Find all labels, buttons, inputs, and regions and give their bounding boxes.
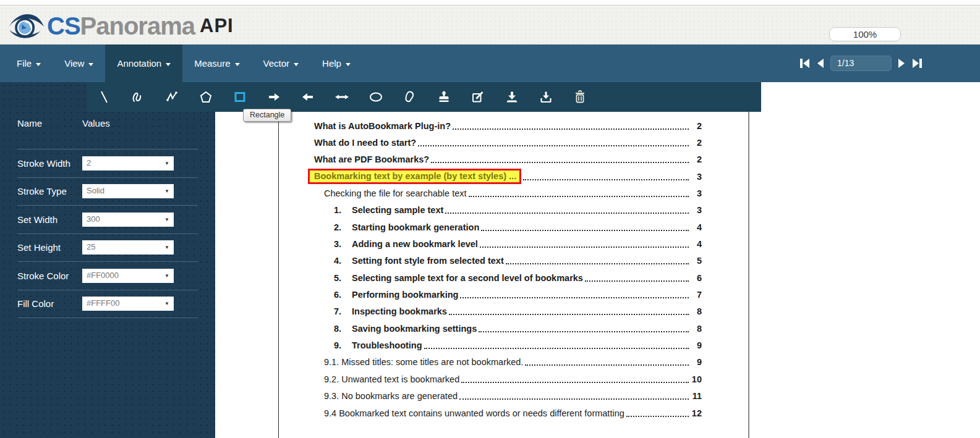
chevron-down-icon (36, 63, 41, 66)
arrow-horizontal-tool-button[interactable] (325, 82, 359, 112)
dotted-leader (469, 196, 689, 197)
first-page-button[interactable] (799, 58, 811, 69)
logo-text-panorama: Panorama (80, 12, 195, 40)
toc-entry: 9.Troubleshooting9 (314, 337, 702, 353)
rectangle-icon (233, 90, 247, 104)
page-number-input[interactable]: 1/13 (830, 56, 892, 71)
properties-name-header: Name (17, 118, 82, 149)
dotted-leader (460, 297, 689, 298)
edit-annotation-tool-button[interactable] (461, 82, 495, 112)
toc-entry: 4.Setting font style from selected text5 (314, 253, 702, 269)
chevron-down-icon: ▼ (164, 184, 169, 198)
rectangle-annotation[interactable]: Bookmarking text by example (by text sty… (308, 169, 521, 184)
property-row: Fill Color #FFFF00▼ (17, 290, 198, 318)
document-viewer[interactable]: What is AutoBookmark Plug-in?2 What do I… (215, 82, 980, 438)
polyline-icon (165, 90, 179, 104)
menu-help[interactable]: Help (310, 44, 362, 82)
annotation-properties-panel: Name Values Stroke Width 2▼ Stroke Type … (0, 82, 215, 438)
zoom-level-button[interactable]: 100% (829, 27, 901, 41)
dotted-leader (585, 280, 689, 282)
previous-page-button[interactable] (815, 58, 826, 69)
page-right-border (748, 111, 749, 438)
toc-entry: What is AutoBookmark Plug-in?2 (314, 117, 702, 134)
arrow-left-icon (301, 90, 315, 104)
toc-entry: 2.Starting bookmark generation4 (314, 219, 702, 235)
line-tool-button[interactable] (87, 82, 121, 112)
dotted-leader (431, 162, 689, 163)
dotted-leader (445, 213, 689, 214)
save-annotations-tool-button[interactable] (495, 82, 529, 112)
toc-entry: 9.2. Unwanted text is bookmarked10 (314, 371, 702, 387)
toc-entry: 7.Inspecting bookmarks8 (314, 303, 702, 320)
page-left-border (278, 112, 279, 438)
stamp-tool-button[interactable] (427, 82, 461, 112)
menu-view[interactable]: View (53, 44, 105, 82)
delete-annotation-tool-button[interactable] (563, 82, 597, 112)
dotted-leader (480, 246, 689, 248)
menu-measure[interactable]: Measure (182, 44, 251, 82)
menu-vector[interactable]: Vector (252, 44, 311, 82)
cloud-tool-button[interactable] (393, 82, 427, 112)
toc-entry: 3.Adding a new bookmark level4 (314, 235, 702, 252)
fill-color-select[interactable]: #FFFF00▼ (82, 297, 174, 311)
app-logo: CS Panorama API (7, 10, 234, 42)
annotation-toolbar (87, 82, 761, 112)
chevron-down-icon (294, 63, 299, 66)
toc-entry: What are PDF Bookmarks?2 (314, 151, 702, 168)
dotted-leader (461, 382, 689, 383)
dotted-leader (481, 230, 689, 231)
property-row: Stroke Type Solid▼ (17, 177, 198, 206)
page-navigation: 1/13 (799, 44, 922, 82)
toc-entry: Checking the file for searchable text3 (314, 185, 702, 201)
pentagon-icon (199, 90, 213, 104)
dotted-leader (453, 128, 689, 130)
property-row: Stroke Width 2▼ (17, 149, 198, 177)
chevron-down-icon (235, 63, 240, 66)
set-height-select[interactable]: 25▼ (82, 240, 174, 255)
eye-logo-icon (7, 10, 45, 42)
menu-annotation[interactable]: Annotation (105, 44, 182, 82)
menu-file[interactable]: File (5, 44, 53, 82)
dotted-leader (449, 314, 689, 315)
freehand-tool-button[interactable] (121, 82, 155, 112)
logo-text-cs: CS (47, 12, 80, 40)
download-tray-icon (539, 90, 553, 104)
set-width-select[interactable]: 300▼ (82, 213, 174, 227)
save-download-icon (505, 90, 519, 104)
dotted-leader (424, 348, 689, 349)
chevron-down-icon: ▼ (164, 156, 169, 171)
pen-squiggle-icon (131, 90, 145, 104)
download-annotations-tool-button[interactable] (529, 82, 563, 112)
last-page-button[interactable] (911, 58, 922, 69)
chevron-down-icon (88, 63, 93, 66)
ellipse-tool-button[interactable] (359, 82, 393, 112)
window-top-strip (0, 0, 980, 6)
app-header: CS Panorama API 100% (0, 6, 980, 44)
stroke-width-select[interactable]: 2▼ (82, 156, 174, 171)
toc-entry: 9.4 Bookmarked text contains unwanted wo… (314, 405, 702, 421)
stroke-color-select[interactable]: #FF0000▼ (82, 269, 174, 283)
line-icon (97, 90, 111, 104)
dotted-leader (525, 364, 689, 366)
toc-entry: 1.Selecting sample text3 (314, 202, 702, 219)
stroke-type-select[interactable]: Solid▼ (82, 184, 174, 198)
polyline-tool-button[interactable] (155, 82, 189, 112)
polygon-tool-button[interactable] (189, 82, 223, 112)
next-page-button[interactable] (896, 58, 907, 69)
dotted-leader (523, 179, 689, 180)
menu-bar: File View Annotation Measure Vector Help… (0, 44, 980, 82)
dotted-leader (459, 398, 689, 400)
ellipse-icon (369, 90, 383, 104)
rectangle-tool-button[interactable] (223, 82, 257, 112)
trash-icon (574, 90, 586, 104)
document-toc: What is AutoBookmark Plug-in?2 What do I… (314, 117, 702, 421)
chevron-down-icon: ▼ (164, 269, 169, 283)
stamp-icon (437, 90, 451, 104)
chevron-down-icon (166, 63, 171, 66)
dotted-leader (418, 145, 689, 146)
arrow-right-tool-button[interactable] (257, 82, 291, 112)
arrow-left-tool-button[interactable] (291, 82, 325, 112)
chevron-down-icon: ▼ (164, 240, 169, 255)
cloud-shape-icon (403, 90, 417, 104)
property-row: Set Height 25▼ (17, 234, 198, 262)
